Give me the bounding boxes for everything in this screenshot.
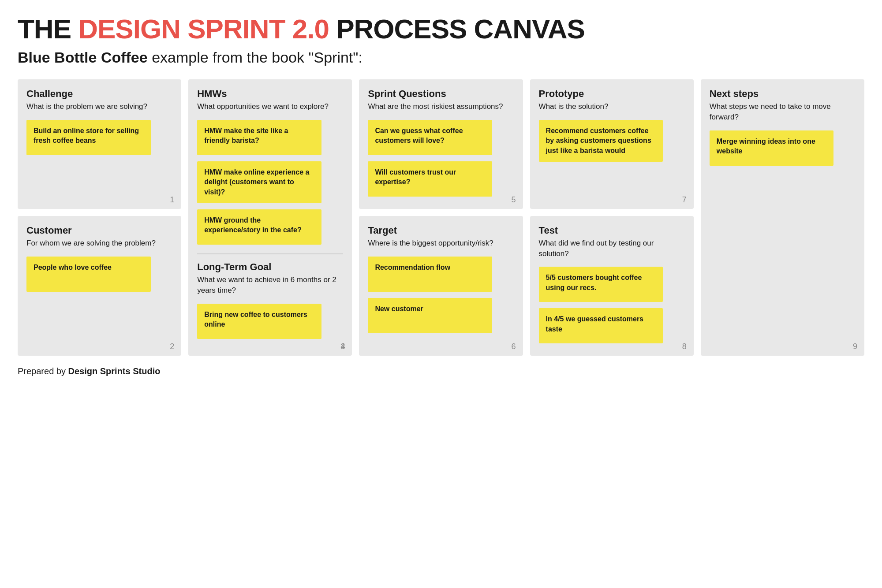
customer-number: 2 [170,342,174,351]
sprint-subtitle: What are the most riskiest assumptions? [368,101,514,112]
prototype-subtitle: What is the solution? [539,101,685,112]
ltg-title: Long-Term Goal [197,261,343,273]
challenge-subtitle: What is the problem we are solving? [26,101,172,112]
subtitle-rest: example from the book "Sprint": [148,49,363,66]
prototype-title: Prototype [539,88,685,100]
customer-sticky-1: People who love coffee [26,257,151,292]
cell-prototype: Prototype What is the solution? Recommen… [530,79,694,209]
cell-target: Target Where is the biggest opportunity/… [359,216,523,356]
test-title: Test [539,225,685,236]
hmws-subtitle: What opportunities we want to explore? [197,101,343,112]
ltg-sticky-1: Bring new coffee to customers online [197,304,321,339]
sprint-title: Sprint Questions [368,88,514,100]
subtitle: Blue Bottle Coffee example from the book… [18,49,864,66]
cell-customer: Customer For whom we are solving the pro… [18,216,181,356]
challenge-number: 1 [170,195,174,205]
hmws-sticky-1: HMW make the site like a friendly barist… [197,120,321,155]
title-plain: THE [18,14,78,44]
prototype-number: 7 [682,195,687,205]
title-highlight: DESIGN SPRINT 2.0 [78,14,329,44]
customer-subtitle: For whom we are solving the problem? [26,238,172,249]
challenge-sticky-1: Build an online store for selling fresh … [26,120,151,155]
test-subtitle: What did we find out by testing our solu… [539,238,685,259]
ltg-subtitle: What we want to achieve in 6 months or 2… [197,275,343,296]
test-sticky-2: In 4/5 we guessed customers taste [539,308,663,343]
next-subtitle: What steps we need to take to move forwa… [710,101,856,123]
prototype-sticky-1: Recommend customers coffee by asking cus… [539,120,663,162]
sprint-sticky-1: Can we guess what coffee customers will … [368,120,492,155]
customer-title: Customer [26,225,172,236]
footer: Prepared by Design Sprints Studio [18,366,864,376]
sprint-number: 5 [512,195,516,205]
page-title: THE DESIGN SPRINT 2.0 PROCESS CANVAS [18,13,864,45]
ltg-number: 4 [340,342,345,351]
target-sticky-2: New customer [368,298,492,333]
title-end: PROCESS CANVAS [329,14,585,44]
hmws-sticky-2: HMW make online experience a delight (cu… [197,161,321,203]
footer-bold: Design Sprints Studio [68,366,161,376]
cell-hmws: HMWs What opportunities we want to explo… [188,79,352,356]
sprint-sticky-2: Will customers trust our expertise? [368,161,492,197]
cell-challenge: Challenge What is the problem we are sol… [18,79,181,209]
cell-test: Test What did we find out by testing our… [530,216,694,356]
target-sticky-1: Recommendation flow [368,257,492,292]
hmws-sticky-3: HMW ground the experience/story in the c… [197,209,321,245]
cell-sprint-questions: Sprint Questions What are the most riski… [359,79,523,209]
hmws-title: HMWs [197,88,343,100]
test-sticky-1: 5/5 customers bought coffee using our re… [539,267,663,302]
canvas-grid: Challenge What is the problem we are sol… [18,79,864,356]
next-sticky-1: Merge winning ideas into one website [710,130,834,166]
next-number: 9 [853,342,857,351]
target-subtitle: Where is the biggest opportunity/risk? [368,238,514,249]
next-title: Next steps [710,88,856,100]
subtitle-bold: Blue Bottle Coffee [18,49,148,66]
target-number: 6 [512,342,516,351]
footer-text: Prepared by [18,366,68,376]
target-title: Target [368,225,514,236]
cell-next-steps: Next steps What steps we need to take to… [701,79,864,356]
test-number: 8 [682,342,687,351]
challenge-title: Challenge [26,88,172,100]
